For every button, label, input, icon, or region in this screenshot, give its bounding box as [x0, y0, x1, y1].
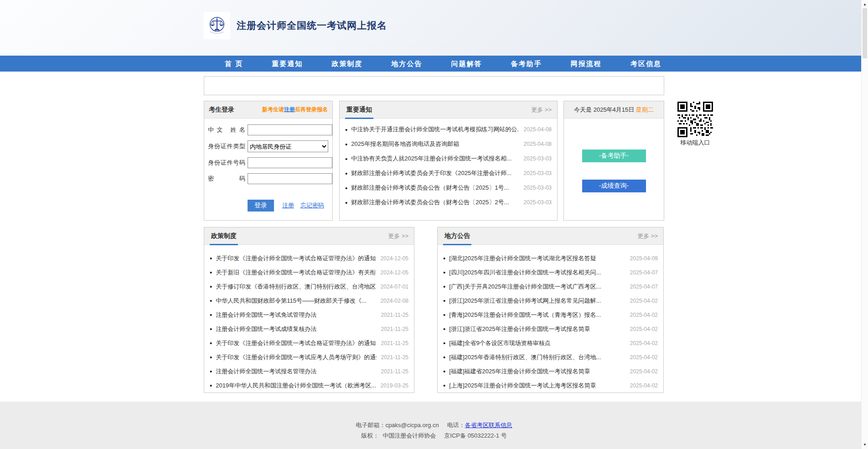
register-inline-link[interactable]: 注册	[284, 106, 295, 113]
scroll-down-icon[interactable]: ▼	[862, 441, 868, 448]
today-date: 今天是 2025年4月15日 星期二	[574, 106, 654, 114]
news-link[interactable]: [广西]关于开具2025年注册会计师全国统一考试广西考区...	[449, 283, 625, 291]
policy-more-link[interactable]: 更多 >>	[388, 232, 408, 240]
list-item: • [福建]全省9个各设区市现场资格审核点 2025-04-02	[443, 336, 658, 350]
local-more-link[interactable]: 更多 >>	[637, 232, 658, 240]
nav-item[interactable]: 政策制度	[331, 56, 362, 72]
news-link[interactable]: 2025年报名期间各地咨询电话及咨询邮箱	[351, 140, 519, 148]
news-date: 2024-12-05	[381, 255, 408, 262]
news-link[interactable]: [四川]2025年四川省注册会计师全国统一考试报名相关问...	[449, 268, 625, 277]
nav-item[interactable]: 重要通知	[272, 56, 303, 72]
forgot-password-link[interactable]: 忘记密码	[300, 201, 324, 210]
news-link[interactable]: [湖北]2025年注册会计师全国统一考试湖北考区报名答疑	[449, 254, 625, 263]
news-link[interactable]: [青海]2025年注册会计师全国统一考试（青海考区）报名...	[449, 311, 625, 319]
bullet-icon: •	[443, 254, 445, 262]
list-item: • [青海]2025年注册会计师全国统一考试（青海考区）报名... 2025-0…	[443, 308, 658, 322]
news-link[interactable]: [上海]2025年注册会计师全国统一考试上海考区报名简章	[449, 382, 625, 390]
news-link[interactable]: 注册会计师全国统一考试报名管理办法	[216, 367, 376, 376]
bullet-icon: •	[210, 339, 212, 347]
news-link[interactable]: 关于印发《注册会计师全国统一考试应考人员考场守则》的通知	[216, 353, 376, 361]
bullet-icon: •	[443, 311, 445, 319]
news-link[interactable]: 关于修订印发《香港特别行政区、澳门特别行政区、台湾地区居...	[216, 283, 376, 291]
new-user-notice: 新考生请注册后再登录报名	[262, 106, 328, 114]
list-item: • [浙江]2025年浙江省注册会计师考试网上报名常见问题解... 2025-0…	[443, 294, 658, 308]
nav-item[interactable]: 考区信息	[630, 56, 661, 72]
id-number-input[interactable]	[248, 157, 332, 168]
scrollbar-thumb[interactable]	[863, 8, 867, 58]
today-panel: 今天是 2025年4月15日 星期二 -备考助手- -成绩查询-	[563, 101, 664, 221]
news-link[interactable]: [浙江]浙江省2025年注册会计师全国统一考试报名简章	[449, 325, 625, 333]
news-date: 2021-11-25	[381, 326, 409, 332]
news-link[interactable]: 财政部注册会计师考试委员会公告（财考公告〔2025〕2号...	[351, 198, 519, 206]
news-date: 2025-04-09	[630, 255, 658, 262]
page-title: 注册会计师全国统一考试网上报名	[237, 19, 387, 32]
bullet-icon: •	[210, 367, 212, 375]
news-link[interactable]: 中华人民共和国财政部令第115号——财政部关于修改《...	[216, 297, 376, 305]
vertical-scrollbar[interactable]: ▲ ▼	[861, 0, 868, 449]
nav-item[interactable]: 网报流程	[571, 56, 602, 72]
nav-menu: 首 页 重要通知 政策制度 地方公告 问题解答 备考助手 网报流程 考区信息	[204, 56, 664, 72]
bullet-icon: •	[345, 126, 347, 134]
news-date: 2021-11-25	[381, 368, 409, 375]
notices-more-link[interactable]: 更多 >>	[531, 106, 552, 114]
nav-item[interactable]: 备考助手	[511, 56, 542, 72]
bullet-icon: •	[345, 155, 347, 163]
nav-item[interactable]: 地方公告	[392, 56, 423, 72]
news-date: 2025-03-03	[524, 199, 552, 206]
list-item: • 中注协有关负责人就2025年注册会计师全国统一考试报名相... 2025-0…	[345, 151, 552, 166]
list-item: • 注册会计师全国统一考试免试管理办法 2021-11-25	[210, 308, 408, 322]
news-link[interactable]: 中注协有关负责人就2025年注册会计师全国统一考试报名相...	[351, 155, 519, 163]
id-type-label: 身份证件类型	[208, 142, 245, 150]
nav-item[interactable]: 问题解答	[451, 56, 482, 72]
main-navbar: 首 页 重要通知 政策制度 地方公告 问题解答 备考助手 网报流程 考区信息	[0, 56, 868, 72]
news-link[interactable]: 财政部注册会计师考试委员会关于印发《2025年注册会计师...	[351, 169, 519, 177]
id-type-select[interactable]: 内地居民身份证	[248, 140, 328, 152]
bullet-icon: •	[443, 382, 445, 389]
id-number-label: 身份证件号码	[208, 159, 245, 167]
list-item: • 2025年报名期间各地咨询电话及咨询邮箱 2025-04-08	[345, 137, 552, 151]
bullet-icon: •	[443, 325, 445, 333]
chinese-name-input[interactable]	[248, 124, 332, 135]
list-item: • [福建]福建省2025年注册会计师全国统一考试报名简章 2025-04-02	[443, 364, 658, 378]
news-link[interactable]: 关于新旧《注册会计师全国统一考试合格证管理办法》有关衔接...	[216, 268, 376, 277]
news-date: 2025-04-02	[630, 312, 658, 318]
news-link[interactable]: 注册会计师全国统一考试免试管理办法	[216, 311, 376, 319]
list-item: • [浙江]浙江省2025年注册会计师全国统一考试报名简章 2025-04-02	[443, 322, 658, 336]
bullet-icon: •	[210, 283, 212, 290]
list-item: • 关于印发《注册会计师全国统一考试合格证管理办法》的通知 2024-12-05	[210, 251, 408, 265]
local-list: • [湖北]2025年注册会计师全国统一考试湖北考区报名答疑 2025-04-0…	[438, 245, 663, 392]
scroll-up-icon[interactable]: ▲	[862, 1, 868, 8]
news-link[interactable]: 注册会计师全国统一考试成绩复核办法	[216, 325, 376, 333]
news-link[interactable]: [福建]福建省2025年注册会计师全国统一考试报名简章	[449, 367, 625, 376]
nav-item[interactable]: 首 页	[225, 56, 243, 72]
news-date: 2024-07-01	[381, 284, 408, 290]
news-date: 2025-04-02	[630, 354, 658, 361]
bullet-icon: •	[443, 339, 445, 347]
news-date: 2025-04-02	[630, 382, 658, 389]
news-link[interactable]: [浙江]2025年浙江省注册会计师考试网上报名常见问题解...	[449, 297, 625, 305]
password-input[interactable]	[248, 173, 332, 184]
exam-helper-button[interactable]: -备考助手-	[582, 150, 646, 162]
score-query-button[interactable]: -成绩查询-	[582, 180, 646, 192]
news-link[interactable]: [福建]2025年香港特别行政区、澳门特别行政区、台湾地...	[449, 353, 625, 361]
news-link[interactable]: 中注协关于开通注册会计师全国统一考试机考模拟练习网站的公...	[351, 125, 519, 134]
news-link[interactable]: [福建]全省9个各设区市现场资格审核点	[449, 339, 625, 347]
news-link[interactable]: 关于印发《注册会计师全国统一考试合格证管理办法》的通知	[216, 254, 376, 263]
province-contact-link[interactable]: 各省考区联系信息	[465, 422, 512, 428]
news-date: 2021-11-25	[381, 354, 409, 361]
news-link[interactable]: 2019年中华人民共和国注册会计师全国统一考试（欧洲考区...	[216, 382, 376, 390]
login-button[interactable]: 登录	[248, 200, 274, 212]
bullet-icon: •	[210, 353, 212, 361]
login-title: 考生登录	[209, 106, 234, 114]
bullet-icon: •	[210, 311, 212, 319]
policy-panel: 政策制度 更多 >> • 关于印发《注册会计师全国统一考试合格证管理办法》的通知…	[204, 227, 414, 393]
news-date: 2025-04-02	[630, 326, 658, 332]
news-link[interactable]: 关于印发《注册会计师全国统一考试合格证管理办法》的通知	[216, 339, 376, 347]
register-link[interactable]: 注册	[282, 201, 294, 210]
news-date: 2025-03-03	[524, 155, 552, 162]
footer-contact-line: 电子邮箱：cpaks@cicpa.org.cn电话：各省考区联系信息	[0, 420, 868, 430]
news-link[interactable]: 财政部注册会计师考试委员会公告（财考公告〔2025〕1号...	[351, 184, 519, 192]
password-label: 密 码	[208, 175, 245, 183]
chinese-name-label: 中文 姓名	[208, 126, 245, 134]
local-panel-header: 地方公告 更多 >>	[438, 227, 663, 245]
